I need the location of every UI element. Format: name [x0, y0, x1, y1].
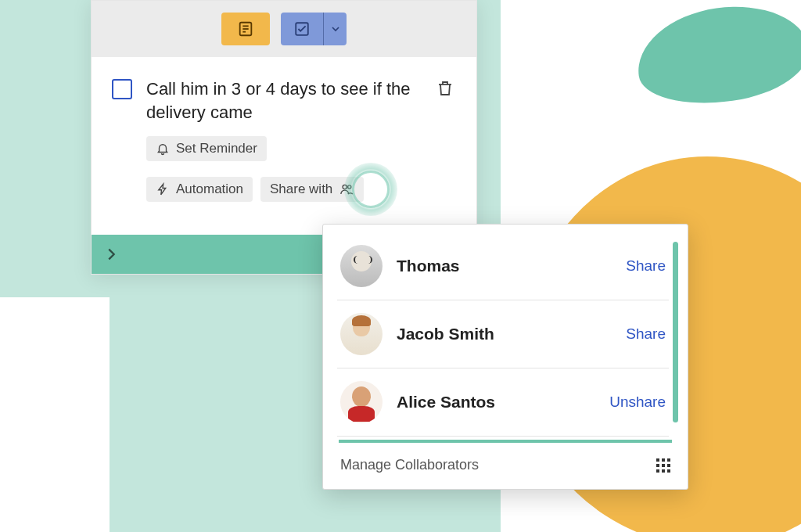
- task-toolbar: [92, 1, 476, 57]
- share-popover: Thomas Share Jacob Smith Share Alice San…: [322, 224, 688, 490]
- task-mode-split-button[interactable]: [281, 13, 347, 45]
- share-action-link[interactable]: Share: [626, 257, 666, 275]
- svg-point-6: [348, 185, 351, 189]
- task-mode-dropdown[interactable]: [323, 13, 347, 45]
- share-list: Thomas Share Jacob Smith Share Alice San…: [323, 225, 688, 440]
- note-icon: [237, 20, 254, 38]
- set-reminder-label: Set Reminder: [176, 141, 257, 156]
- share-with-label: Share with: [270, 182, 332, 197]
- share-action-link[interactable]: Unshare: [609, 394, 666, 411]
- bell-icon: [156, 142, 170, 156]
- svg-point-5: [343, 185, 347, 189]
- apps-grid-icon[interactable]: [656, 458, 670, 473]
- scrollbar[interactable]: [673, 242, 678, 422]
- task-checkbox[interactable]: [112, 79, 132, 99]
- bg-blob-teal: [631, 0, 801, 113]
- share-row: Jacob Smith Share: [337, 300, 669, 368]
- manage-collaborators-link[interactable]: Manage Collaborators: [340, 457, 479, 473]
- person-name: Thomas: [397, 257, 612, 275]
- share-row: Thomas Share: [337, 232, 669, 300]
- bg-cut: [0, 297, 110, 532]
- automation-chip[interactable]: Automation: [146, 177, 253, 202]
- avatar: [340, 313, 383, 355]
- share-row: Alice Santos Unshare: [337, 368, 669, 437]
- chevron-down-icon: [329, 23, 342, 35]
- share-action-link[interactable]: Share: [626, 325, 666, 343]
- checkbox-icon: [293, 20, 311, 38]
- share-with-chip[interactable]: Share with: [260, 177, 364, 202]
- people-icon: [339, 182, 354, 196]
- note-mode-button[interactable]: [221, 13, 270, 45]
- person-name: Alice Santos: [397, 393, 595, 412]
- delete-task-button[interactable]: [434, 77, 456, 102]
- avatar: [340, 381, 383, 423]
- set-reminder-chip[interactable]: Set Reminder: [146, 136, 267, 161]
- trash-icon: [436, 79, 454, 98]
- automation-label: Automation: [176, 182, 243, 197]
- person-name: Jacob Smith: [397, 325, 612, 343]
- chevron-right-icon: [102, 246, 120, 263]
- popover-footer: Manage Collaborators: [323, 443, 688, 489]
- task-text[interactable]: Call him in 3 or 4 days to see if the de…: [146, 77, 420, 124]
- bolt-icon: [156, 182, 170, 196]
- avatar: [340, 245, 383, 287]
